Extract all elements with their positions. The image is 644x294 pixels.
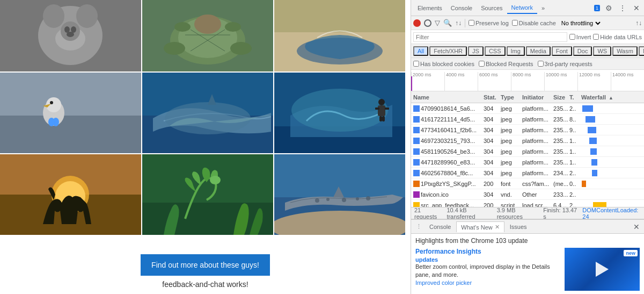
filter-doc[interactable]: Doc — [573, 46, 592, 56]
third-party-label[interactable]: 3rd-party requests — [538, 61, 592, 67]
table-row[interactable]: 47734160411_f2b6... 304 jpeg platform...… — [411, 125, 644, 135]
row-icon-img — [413, 159, 420, 166]
disable-cache-label[interactable]: Disable cache — [512, 20, 556, 26]
tab-sources[interactable]: Sources — [477, 3, 507, 13]
filter-input[interactable] — [413, 32, 567, 42]
blocked-requests-checkbox[interactable] — [479, 61, 485, 67]
svg-rect-41 — [382, 116, 385, 121]
filter-wasm[interactable]: Wasm — [612, 46, 638, 56]
console-options-icon[interactable]: ⋮ — [413, 221, 424, 232]
photo-beach[interactable] — [274, 0, 405, 71]
blocked-cookies-checkbox[interactable] — [413, 61, 419, 67]
photo-seaweed[interactable] — [142, 154, 273, 235]
filter-media[interactable]: Media — [526, 46, 551, 56]
table-row[interactable]: favicon.ico 304 vnd. Other 233... 2.. — [411, 189, 644, 200]
filter-fetch-xhr[interactable]: Fetch/XHR — [429, 46, 467, 56]
preserve-log-label[interactable]: Preserve log — [469, 20, 509, 26]
row-initiator: Other — [522, 191, 553, 198]
third-party-checkbox[interactable] — [538, 61, 544, 67]
whats-new-label: What's New — [461, 224, 492, 231]
timeline-area: 2000 ms 4000 ms 6000 ms 8000 ms 10000 ms… — [411, 70, 644, 91]
filter-css[interactable]: CSS — [485, 46, 506, 56]
whats-new-close[interactable]: ✕ — [495, 224, 500, 231]
photo-turtle[interactable] — [142, 0, 273, 71]
mark-4000: 4000 ms — [444, 72, 478, 91]
filter-img[interactable]: Img — [507, 46, 525, 56]
hide-data-urls-checkbox[interactable] — [593, 34, 599, 40]
col-header-size[interactable]: Size — [553, 94, 569, 101]
settings-icon[interactable]: ⚙ — [603, 3, 614, 13]
svg-point-53 — [326, 198, 330, 201]
row-type: jpeg — [501, 116, 522, 123]
tab-issues[interactable]: Issues — [506, 222, 531, 232]
col-header-status[interactable]: Stat. — [484, 94, 501, 101]
row-waterfall — [581, 125, 644, 135]
photo-shark[interactable] — [142, 73, 273, 153]
table-row[interactable]: src_app_feedback... 200 script load scr.… — [411, 200, 644, 207]
blocked-requests-label[interactable]: Blocked Requests — [479, 61, 533, 67]
svg-point-14 — [174, 22, 191, 32]
filter-manifest[interactable]: Manifest — [639, 46, 644, 56]
row-size: 235... — [553, 105, 569, 112]
disable-cache-checkbox[interactable] — [512, 20, 518, 26]
invert-label[interactable]: Invert — [569, 34, 591, 40]
footer-dom-content[interactable]: DOMContentLoaded: 24 — [582, 207, 641, 219]
col-header-initiator[interactable]: Initiator — [522, 94, 553, 101]
stop-button[interactable] — [424, 19, 431, 27]
row-status: 304 — [484, 159, 501, 166]
table-row[interactable]: 46972303215_793... 304 jpeg platform... … — [411, 135, 644, 146]
photo-underwater[interactable] — [274, 73, 405, 153]
invert-text: Invert — [576, 34, 591, 40]
table-row[interactable]: 46025678804_f8c... 304 jpeg platform... … — [411, 168, 644, 178]
blocked-cookies-label[interactable]: Has blocked cookies — [413, 61, 474, 67]
table-row[interactable]: 44718289960_e83... 304 jpeg platform... … — [411, 157, 644, 168]
new-badge: new — [624, 250, 638, 256]
photo-shark2[interactable] — [274, 154, 405, 235]
col-header-name[interactable]: Name — [411, 94, 484, 101]
perf-more-link[interactable]: Improved color picker — [415, 279, 560, 286]
tab-more[interactable]: » — [537, 3, 549, 13]
table-row[interactable]: 41617221114_4d5... 304 jpeg platform... … — [411, 114, 644, 125]
filter-ws[interactable]: WS — [593, 46, 611, 56]
console-content: Highlights from the Chrome 103 update Pe… — [411, 234, 644, 294]
col-header-waterfall[interactable]: Waterfall ▲ — [581, 94, 644, 101]
invert-checkbox[interactable] — [569, 34, 575, 40]
photo-horse[interactable] — [0, 154, 141, 235]
filter-all[interactable]: All — [413, 46, 428, 56]
import-export-icon[interactable]: ↑↓ — [635, 19, 642, 27]
table-row[interactable]: 47099018614_5a6... 304 jpeg platform... … — [411, 103, 644, 114]
console-close-icon[interactable]: ✕ — [631, 221, 642, 232]
hide-data-urls-label[interactable]: Hide data URLs — [593, 34, 642, 40]
tab-console[interactable]: Console — [447, 3, 477, 13]
row-type: jpeg — [501, 105, 522, 112]
throttle-select[interactable]: No throttling Fast 3G Slow 3G — [559, 19, 602, 27]
table-row[interactable]: 1Ptxg8zYS_SKggP... 200 font css?fam... (… — [411, 178, 644, 189]
col-header-time[interactable]: T. — [569, 94, 581, 101]
filter-icon[interactable]: ▽ — [435, 19, 440, 27]
tab-network[interactable]: Network — [507, 2, 537, 14]
photo-bird[interactable] — [0, 73, 141, 153]
row-time: 2.. — [569, 191, 581, 198]
find-out-button[interactable]: Find out more about these guys! — [141, 254, 270, 276]
tab-console-bottom[interactable]: Console — [425, 222, 455, 232]
svg-point-7 — [71, 26, 76, 33]
row-initiator: platform... — [522, 127, 553, 133]
col-header-type[interactable]: Type — [501, 94, 522, 101]
tab-elements[interactable]: Elements — [413, 3, 447, 13]
video-thumbnail[interactable]: new — [565, 248, 640, 291]
filter-font[interactable]: Font — [552, 46, 572, 56]
table-row[interactable]: 45811905264_be3... 304 jpeg platform... … — [411, 146, 644, 157]
notification-badge: 1 — [594, 5, 600, 11]
photo-koala[interactable] — [0, 0, 141, 71]
search-icon[interactable]: 🔍 — [443, 19, 452, 27]
row-type: jpeg — [501, 159, 522, 166]
preserve-log-checkbox[interactable] — [469, 20, 474, 26]
row-icon-img — [413, 138, 420, 144]
svg-point-8 — [67, 32, 74, 37]
arrows-icon[interactable]: ↑↓ — [455, 19, 462, 27]
more-vert-icon[interactable]: ⋮ — [617, 3, 628, 13]
tab-whats-new[interactable]: What's New ✕ — [456, 221, 504, 232]
record-button[interactable] — [413, 19, 421, 27]
filter-js[interactable]: JS — [468, 46, 484, 56]
close-icon[interactable]: ✕ — [631, 3, 642, 13]
